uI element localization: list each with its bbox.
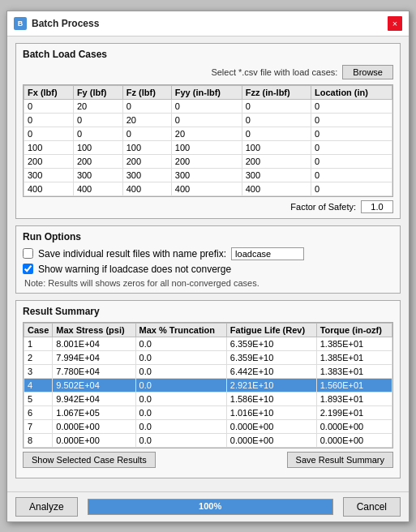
table-row[interactable]: 37.780E+040.06.442E+101.383E+01 (24, 364, 392, 378)
table-cell: 200 (242, 154, 311, 168)
table-cell: 0 (311, 168, 392, 182)
table-cell: 0.000E+00 (316, 419, 392, 433)
table-cell: 100 (242, 140, 311, 154)
table-cell: 0.0 (135, 433, 226, 447)
warning-row: Show warning if loadcase does not conver… (23, 264, 393, 275)
progress-label: 100% (88, 501, 332, 511)
table-row[interactable]: 61.067E+050.01.016E+102.199E+01 (24, 405, 392, 419)
table-cell: 8.001E+04 (53, 337, 135, 350)
result-col-stress: Max Stress (psi) (53, 323, 135, 337)
load-cases-table-container: Fx (lbf) Fy (lbf) Fz (lbf) Fyy (in-lbf) … (23, 84, 393, 197)
batch-load-cases-section: Batch Load Cases Select *.csv file with … (15, 43, 401, 219)
table-cell: 0 (242, 127, 311, 140)
table-cell: 0 (242, 113, 311, 127)
result-buttons-row: Show Selected Case Results Save Result S… (23, 452, 393, 468)
name-prefix-input[interactable] (231, 247, 304, 260)
table-cell: 2 (24, 350, 53, 364)
table-row[interactable]: 2002002002002000 (24, 154, 392, 168)
batch-process-window: B Batch Process × Batch Load Cases Selec… (6, 11, 410, 522)
table-cell: 0 (122, 127, 171, 140)
col-fz: Fz (lbf) (122, 85, 171, 99)
table-cell: 0 (171, 113, 242, 127)
table-cell: 7 (24, 419, 53, 433)
table-cell: 300 (171, 168, 242, 182)
save-prefix-row: Save individual result files with name p… (23, 247, 393, 260)
result-summary-title: Result Summary (23, 306, 393, 317)
main-content: Batch Load Cases Select *.csv file with … (7, 36, 409, 491)
table-cell: 0 (311, 113, 392, 127)
table-row[interactable]: 80.000E+000.00.000E+000.000E+00 (24, 433, 392, 447)
table-cell: 0.0 (135, 392, 226, 405)
table-cell: 0 (24, 99, 74, 113)
table-row[interactable]: 0020000 (24, 113, 392, 127)
table-cell: 300 (242, 168, 311, 182)
table-row[interactable]: 27.994E+040.06.359E+101.385E+01 (24, 350, 392, 364)
load-cases-table: Fx (lbf) Fy (lbf) Fz (lbf) Fyy (in-lbf) … (24, 85, 392, 196)
table-cell: 0 (311, 99, 392, 113)
col-fzz: Fzz (in-lbf) (242, 85, 311, 99)
close-button[interactable]: × (388, 16, 402, 31)
table-row[interactable]: 0200000 (24, 99, 392, 113)
table-cell: 1.586E+10 (226, 392, 316, 405)
factor-input[interactable] (361, 200, 393, 213)
window-title: Batch Process (32, 18, 99, 29)
col-fy: Fy (lbf) (73, 85, 122, 99)
table-cell: 9.942E+04 (53, 392, 135, 405)
table-row[interactable]: 0002000 (24, 127, 392, 140)
table-cell: 0.0 (135, 419, 226, 433)
result-table: Case Max Stress (psi) Max % Truncation F… (24, 323, 392, 448)
table-cell: 4 (24, 378, 53, 392)
title-bar-left: B Batch Process (14, 17, 99, 30)
table-cell: 7.994E+04 (53, 350, 135, 364)
table-cell: 300 (122, 168, 171, 182)
table-cell: 200 (122, 154, 171, 168)
table-cell: 0.0 (135, 405, 226, 419)
browse-label: Select *.csv file with load cases: (211, 67, 337, 77)
note-text: Note: Results will shows zeros for all n… (23, 278, 393, 288)
footer: Analyze 100% Cancel (7, 491, 409, 521)
table-row[interactable]: 70.000E+000.00.000E+000.000E+00 (24, 419, 392, 433)
table-cell: 1 (24, 337, 53, 350)
table-cell: 6.442E+10 (226, 364, 316, 378)
table-cell: 100 (24, 140, 74, 154)
browse-button[interactable]: Browse (342, 65, 393, 79)
table-cell: 0.000E+00 (53, 419, 135, 433)
table-row[interactable]: 1001001001001000 (24, 140, 392, 154)
table-cell: 200 (171, 154, 242, 168)
show-results-button[interactable]: Show Selected Case Results (23, 452, 156, 468)
warning-checkbox[interactable] (23, 264, 33, 274)
table-row[interactable]: 18.001E+040.06.359E+101.385E+01 (24, 337, 392, 350)
progress-container: 100% (88, 499, 333, 515)
table-cell: 0 (122, 99, 171, 113)
table-row[interactable]: 59.942E+040.01.586E+101.893E+01 (24, 392, 392, 405)
table-cell: 0.0 (135, 337, 226, 350)
table-cell: 1.016E+10 (226, 405, 316, 419)
table-cell: 0.0 (135, 378, 226, 392)
table-row[interactable]: 3003003003003000 (24, 168, 392, 182)
table-cell: 20 (73, 99, 122, 113)
table-cell: 0.000E+00 (226, 433, 316, 447)
cancel-button[interactable]: Cancel (343, 497, 401, 517)
col-fyy: Fyy (in-lbf) (171, 85, 242, 99)
table-cell: 5 (24, 392, 53, 405)
table-cell: 0.0 (135, 350, 226, 364)
table-cell: 1.383E+01 (316, 364, 392, 378)
table-cell: 0 (311, 140, 392, 154)
save-prefix-checkbox[interactable] (23, 248, 33, 259)
factor-row: Factor of Safety: (23, 200, 393, 213)
table-cell: 2.921E+10 (226, 378, 316, 392)
table-cell: 0 (311, 154, 392, 168)
table-row[interactable]: 4004004004004000 (24, 182, 392, 195)
table-cell: 300 (73, 168, 122, 182)
table-cell: 6.359E+10 (226, 350, 316, 364)
table-row[interactable]: 49.502E+040.02.921E+101.560E+01 (24, 378, 392, 392)
table-cell: 0 (73, 127, 122, 140)
warning-label: Show warning if loadcase does not conver… (38, 264, 231, 275)
table-cell: 0 (242, 99, 311, 113)
table-cell: 1.893E+01 (316, 392, 392, 405)
run-options-title: Run Options (23, 231, 393, 242)
progress-bar: 100% (88, 500, 332, 514)
save-summary-button[interactable]: Save Result Summary (287, 452, 393, 468)
table-cell: 3 (24, 364, 53, 378)
analyze-button[interactable]: Analyze (15, 497, 78, 517)
